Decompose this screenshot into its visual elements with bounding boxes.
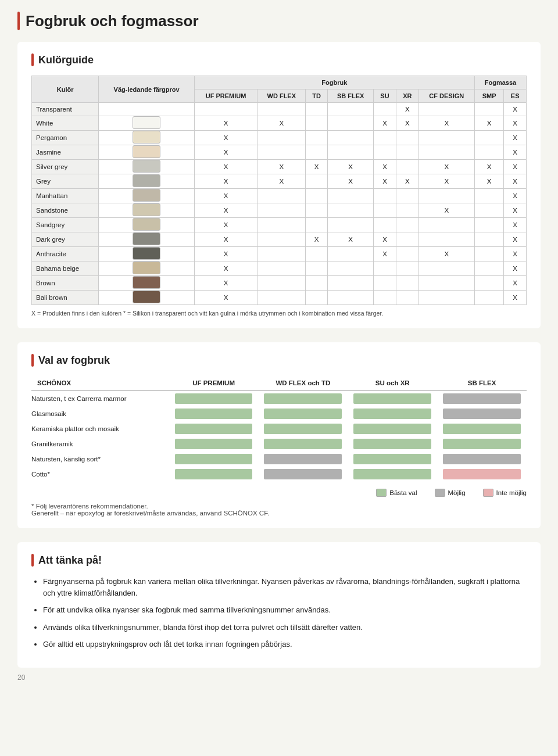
bar-cell	[348, 467, 437, 482]
bar-cell	[169, 390, 259, 406]
table-row: GreyXXXXXXXX	[32, 174, 527, 189]
fogbruk-row: Keramiska plattor och mosaik	[31, 421, 527, 436]
page-number: 20	[17, 673, 541, 682]
product-cell: X	[194, 232, 257, 247]
fogbruk-row: Natursten, känslig sort*	[31, 452, 527, 467]
product-cell	[257, 189, 306, 203]
product-cell	[374, 291, 396, 305]
table-row: Dark greyXXXXX	[32, 232, 527, 247]
bar-cell	[348, 390, 437, 406]
product-cell: X	[374, 232, 396, 247]
bar-cell	[348, 406, 437, 421]
product-cell	[474, 145, 503, 160]
product-cell	[396, 291, 419, 305]
product-cell	[257, 203, 306, 218]
product-cell	[257, 131, 306, 145]
color-name-cell: Sandstone	[32, 203, 99, 218]
product-cell	[257, 232, 306, 247]
table-row: BrownXX	[32, 276, 527, 291]
fogbruk-row: Glasmosaik	[31, 406, 527, 421]
product-cell	[374, 261, 396, 276]
product-cell	[474, 247, 503, 261]
product-cell: X	[504, 291, 527, 305]
bar-cell	[169, 436, 259, 452]
color-name-cell: Grey	[32, 174, 99, 189]
product-cell: X	[396, 174, 419, 189]
val-fogbruk-table: SCHÖNOX UF PREMIUM WD FLEX och TD SU och…	[31, 376, 527, 482]
legend-label: Möjlig	[448, 489, 466, 496]
color-swatch-cell	[99, 261, 194, 276]
color-swatch-cell	[99, 131, 194, 145]
product-cell: X	[194, 291, 257, 305]
product-cell	[306, 174, 328, 189]
product-cell: X	[504, 116, 527, 131]
product-cell	[328, 261, 374, 276]
product-cell: X	[419, 247, 474, 261]
fogbruk-row: Cotto*	[31, 467, 527, 482]
product-cell	[419, 189, 474, 203]
product-cell	[419, 218, 474, 232]
product-cell	[306, 103, 328, 116]
bar-cell	[437, 452, 527, 467]
bar-cell	[437, 467, 527, 482]
product-cell	[396, 131, 419, 145]
bar-cell	[258, 406, 348, 421]
kulorguide-title: Kulörguide	[31, 53, 527, 66]
product-cell: X	[474, 160, 503, 174]
product-cell: X	[374, 247, 396, 261]
product-cell	[374, 203, 396, 218]
product-cell: X	[328, 232, 374, 247]
color-swatch-cell	[99, 160, 194, 174]
product-cell: X	[194, 261, 257, 276]
product-cell: X	[257, 160, 306, 174]
product-cell: X	[504, 103, 527, 116]
legend: Bästa valMöjligInte möjlig	[31, 489, 527, 497]
material-name-cell: Cotto*	[31, 467, 169, 482]
product-cell	[306, 261, 328, 276]
product-cell	[396, 276, 419, 291]
color-swatch-cell	[99, 247, 194, 261]
col-cf: CF DESIGN	[419, 89, 474, 103]
table-row: PergamonXX	[32, 131, 527, 145]
product-cell	[328, 145, 374, 160]
col-schonox: SCHÖNOX	[31, 376, 169, 390]
product-cell	[328, 291, 374, 305]
product-cell	[328, 131, 374, 145]
product-cell	[328, 247, 374, 261]
product-cell	[419, 103, 474, 116]
legend-label: Bästa val	[389, 489, 417, 496]
bar-cell	[437, 406, 527, 421]
page-title-text: Fogbruk och fogmassor	[26, 12, 199, 30]
bar-cell	[437, 390, 527, 406]
bar-cell	[258, 452, 348, 467]
product-cell: X	[504, 145, 527, 160]
list-item: Används olika tillverkningsnummer, bland…	[43, 622, 527, 633]
col-color: Kulör	[32, 76, 99, 103]
product-cell	[306, 218, 328, 232]
color-name-cell: Brown	[32, 276, 99, 291]
col-smp: SMP	[474, 89, 503, 103]
product-cell	[396, 145, 419, 160]
kulorguide-footnote: X = Produkten finns i den kulören * = Si…	[31, 310, 527, 317]
table-row: TransparentXX	[32, 103, 527, 116]
col-sb-flex: SB FLEX	[437, 376, 527, 390]
product-cell	[474, 232, 503, 247]
att-bullets: Färgnyanserna på fogbruk kan variera mel…	[31, 576, 527, 650]
col-su-xr: SU och XR	[348, 376, 437, 390]
product-cell: X	[194, 218, 257, 232]
product-cell	[257, 247, 306, 261]
product-cell	[419, 276, 474, 291]
product-cell	[306, 276, 328, 291]
product-cell	[419, 232, 474, 247]
color-name-cell: Bahama beige	[32, 261, 99, 276]
product-cell: X	[419, 160, 474, 174]
legend-item: Inte möjlig	[483, 489, 527, 497]
material-name-cell: Granitkeramik	[31, 436, 169, 452]
product-cell	[257, 276, 306, 291]
product-cell	[396, 247, 419, 261]
color-name-cell: Manhattan	[32, 189, 99, 203]
product-cell: X	[504, 218, 527, 232]
kulorguide-table: Kulör Väg-ledande färgprov Fogbruk Fogma…	[31, 76, 527, 305]
product-cell	[396, 218, 419, 232]
bar-cell	[348, 436, 437, 452]
